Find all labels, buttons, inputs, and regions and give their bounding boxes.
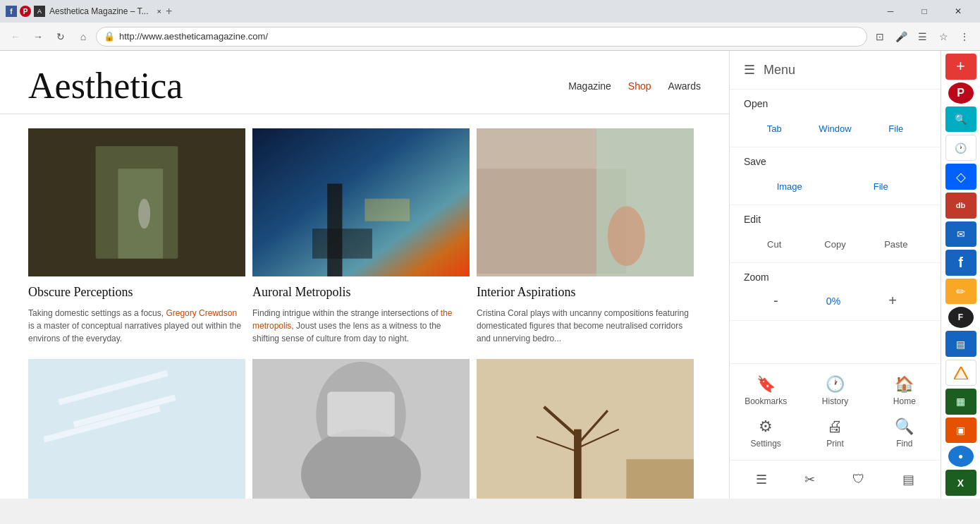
cut-label: Cut bbox=[767, 239, 781, 250]
copy-label: Copy bbox=[824, 239, 845, 250]
print-label: Print bbox=[826, 439, 844, 449]
home-button[interactable]: ⌂ bbox=[73, 27, 93, 47]
nav-magazine[interactable]: Magazine bbox=[568, 80, 611, 92]
open-tab-label: Tab bbox=[767, 123, 782, 134]
maximize-button[interactable]: □ bbox=[908, 0, 941, 23]
shield-icon[interactable]: 🛡 bbox=[845, 468, 872, 492]
toolbar: ← → ↻ ⌂ 🔒 ⊡ 🎤 ☰ ☆ ⋮ bbox=[0, 23, 980, 51]
article-card bbox=[252, 359, 477, 499]
svg-point-4 bbox=[138, 199, 150, 229]
paste-btn[interactable]: Paste bbox=[871, 232, 921, 254]
find-action[interactable]: 🔍 Find bbox=[876, 418, 933, 449]
article-card bbox=[477, 359, 701, 499]
pinterest-favicon: P bbox=[20, 6, 31, 17]
pinterest-ext-btn[interactable]: P bbox=[948, 83, 974, 104]
blue-circle-ext-btn[interactable]: ● bbox=[948, 446, 974, 467]
nav-awards[interactable]: Awards bbox=[668, 80, 701, 92]
menu-zoom-label: Zoom bbox=[744, 272, 926, 283]
bookmarks-action[interactable]: 🔖 Bookmarks bbox=[737, 375, 795, 406]
toolbar-actions: ⊡ 🎤 ☰ ☆ ⋮ bbox=[870, 27, 974, 47]
gdrive-ext-btn[interactable] bbox=[945, 360, 976, 386]
menu-open-row: Tab Window File bbox=[744, 116, 926, 138]
article-link[interactable]: the metropolis bbox=[252, 308, 453, 331]
save-file-btn[interactable]: File bbox=[856, 174, 905, 196]
forward-button[interactable]: → bbox=[28, 27, 48, 47]
home-action[interactable]: 🏠 Home bbox=[876, 375, 933, 406]
save-image-btn[interactable]: Image bbox=[765, 174, 814, 196]
find-label: Find bbox=[896, 439, 912, 449]
messenger-ext-btn[interactable]: ✉ bbox=[945, 221, 976, 248]
article-title: Auroral Metropolis bbox=[252, 285, 470, 300]
history-label: History bbox=[822, 396, 848, 406]
zoom-minus-btn[interactable]: - bbox=[762, 290, 790, 312]
open-tab-btn[interactable]: Tab bbox=[749, 116, 799, 138]
history-action[interactable]: 🕐 History bbox=[806, 375, 864, 406]
zoom-plus-btn[interactable]: + bbox=[877, 290, 908, 312]
open-file-label: File bbox=[888, 123, 903, 134]
save-file-label: File bbox=[874, 181, 888, 192]
article-link[interactable]: Gregory Crewdson bbox=[166, 308, 237, 318]
pencil-ext-btn[interactable]: ✏ bbox=[945, 279, 976, 305]
more-icon[interactable]: ⋮ bbox=[955, 27, 974, 47]
sheets-ext-btn[interactable]: ▦ bbox=[945, 389, 976, 415]
menu-actions-grid: 🔖 Bookmarks 🕐 History 🏠 Home ⚙ Settings … bbox=[730, 363, 941, 460]
menu-icon[interactable]: ☰ bbox=[912, 27, 932, 47]
facebook-favicon: f bbox=[6, 6, 17, 17]
article-card: Auroral Metropolis Finding intrigue with… bbox=[252, 128, 477, 359]
article-desc: Cristina Coral plays with uncanny compos… bbox=[477, 307, 694, 345]
home-label: Home bbox=[893, 396, 916, 406]
home-icon: 🏠 bbox=[895, 375, 914, 394]
add-ext-btn[interactable]: + bbox=[945, 54, 976, 80]
history-ext-btn[interactable]: 🕐 bbox=[945, 135, 976, 161]
articles-grid: Obscure Perceptions Taking domestic sett… bbox=[0, 114, 729, 499]
article-image bbox=[477, 359, 694, 499]
menu-zoom-section: Zoom - 0% + bbox=[730, 263, 941, 321]
right-sidebar: + P 🔍 🕐 ◇ db ✉ f ✏ F ▤ ▦ ▣ ● X bbox=[941, 51, 980, 499]
svg-rect-17 bbox=[28, 359, 245, 499]
slides-ext-btn[interactable]: ▣ bbox=[945, 418, 976, 444]
easydb-ext-btn[interactable]: db bbox=[945, 193, 976, 219]
settings-label: Settings bbox=[750, 439, 780, 449]
tab-close-btn[interactable]: × bbox=[157, 7, 161, 16]
browser-chrome: f P A Aesthetica Magazine – T... × + ─ □… bbox=[0, 0, 980, 51]
find-icon: 🔍 bbox=[895, 418, 914, 436]
cast-icon[interactable]: ⊡ bbox=[870, 27, 890, 47]
bookmark-star-icon[interactable]: ☆ bbox=[933, 27, 953, 47]
article-card: Obscure Perceptions Taking domestic sett… bbox=[28, 128, 252, 359]
hamburger-footer-icon[interactable]: ☰ bbox=[749, 468, 774, 492]
open-file-btn[interactable]: File bbox=[871, 116, 921, 138]
minimize-button[interactable]: ─ bbox=[874, 0, 907, 23]
close-button[interactable]: ✕ bbox=[942, 0, 974, 23]
f-circle-ext-btn[interactable]: F bbox=[948, 307, 974, 328]
copy-btn[interactable]: Copy bbox=[810, 232, 859, 254]
print-action[interactable]: 🖨 Print bbox=[806, 418, 864, 449]
history-icon: 🕐 bbox=[826, 375, 845, 394]
svg-rect-21 bbox=[327, 392, 395, 437]
search-ext-btn[interactable]: 🔍 bbox=[945, 106, 976, 133]
tools-icon[interactable]: ✂ bbox=[797, 468, 822, 492]
dropbox-ext-btn[interactable]: ◇ bbox=[945, 164, 976, 190]
cut-btn[interactable]: Cut bbox=[749, 232, 799, 254]
page-layout: Aesthetica Magazine Shop Awards bbox=[0, 51, 980, 499]
article-desc: Finding intrigue within the strange inte… bbox=[252, 307, 470, 345]
mic-icon[interactable]: 🎤 bbox=[891, 27, 911, 47]
address-bar[interactable] bbox=[119, 31, 859, 42]
settings-action[interactable]: ⚙ Settings bbox=[737, 418, 795, 449]
new-tab-btn[interactable]: + bbox=[166, 5, 172, 18]
article-image bbox=[28, 359, 245, 499]
gdoc-ext-btn[interactable]: ▤ bbox=[945, 331, 976, 357]
excel-ext-btn[interactable]: X bbox=[945, 470, 976, 496]
nav-shop[interactable]: Shop bbox=[628, 80, 651, 92]
facebook-ext-btn[interactable]: f bbox=[945, 250, 976, 276]
back-button[interactable]: ← bbox=[6, 27, 25, 47]
zoom-value: 0% bbox=[826, 295, 840, 307]
menu-title: Menu bbox=[764, 63, 795, 78]
list-icon[interactable]: ▤ bbox=[895, 468, 921, 492]
website-nav: Magazine Shop Awards bbox=[568, 80, 701, 92]
svg-rect-28 bbox=[626, 459, 694, 499]
bookmarks-label: Bookmarks bbox=[745, 396, 787, 406]
open-window-btn[interactable]: Window bbox=[810, 116, 859, 138]
reload-button[interactable]: ↻ bbox=[51, 27, 71, 47]
tab-title-text: Aesthetica Magazine – T... bbox=[49, 6, 149, 16]
svg-rect-7 bbox=[312, 229, 372, 258]
